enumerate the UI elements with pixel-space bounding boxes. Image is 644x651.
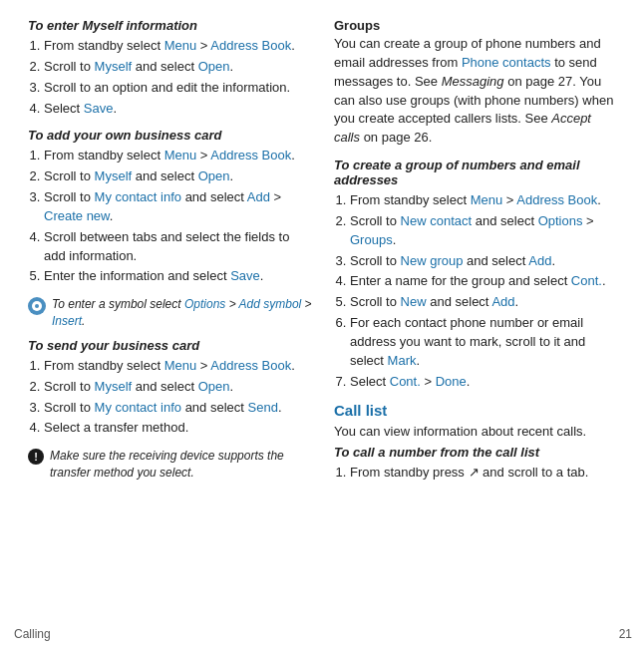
- call-icon: ↗: [469, 465, 480, 480]
- groups-messaging-italic: Messaging: [442, 74, 504, 89]
- link-create-new[interactable]: Create new: [44, 208, 110, 223]
- link-address-book[interactable]: Address Book: [210, 148, 291, 163]
- link-my-contact-info[interactable]: My contact info: [95, 400, 181, 415]
- section-enter-myself: To enter Myself information From standby…: [28, 18, 314, 118]
- section-title-business-card-add: To add your own business card: [28, 128, 314, 143]
- link-save[interactable]: Save: [230, 268, 260, 283]
- step-item: For each contact phone number or email a…: [350, 314, 620, 371]
- link-cont[interactable]: Cont.: [571, 273, 602, 288]
- link-add[interactable]: Add: [247, 189, 270, 204]
- step-item: Scroll to My contact info and select Sen…: [44, 399, 314, 418]
- step-item: From standby select Menu > Address Book.: [44, 357, 314, 376]
- step-item: Enter a name for the group and select Co…: [350, 272, 620, 291]
- link-myself[interactable]: Myself: [95, 379, 133, 394]
- link-phone-contacts[interactable]: Phone contacts: [462, 55, 551, 70]
- link-myself[interactable]: Myself: [95, 59, 133, 74]
- link-options[interactable]: Options: [538, 213, 583, 228]
- section-title-call-from-list: To call a number from the call list: [334, 445, 620, 460]
- link-open[interactable]: Open: [198, 168, 230, 183]
- section-call-list: Call list You can view information about…: [334, 402, 620, 484]
- link-address-book[interactable]: Address Book: [210, 38, 291, 53]
- step-item: Scroll to Myself and select Open.: [44, 58, 314, 77]
- footer-page-number: 21: [619, 627, 632, 641]
- link-menu[interactable]: Menu: [164, 38, 197, 53]
- link-insert[interactable]: Insert: [52, 314, 82, 328]
- step-item: Scroll to an option and edit the informa…: [44, 79, 314, 98]
- link-mark[interactable]: Mark: [388, 353, 417, 368]
- section-create-group: To create a group of numbers and email a…: [334, 158, 620, 391]
- tip-dot: [35, 304, 39, 308]
- link-new-contact[interactable]: New contact: [401, 213, 473, 228]
- step-item: From standby select Menu > Address Book.: [350, 191, 620, 210]
- link-address-book[interactable]: Address Book: [210, 358, 291, 373]
- step-item: From standby press ↗ and scroll to a tab…: [350, 464, 620, 483]
- link-myself[interactable]: Myself: [95, 168, 133, 183]
- groups-heading: Groups: [334, 18, 620, 33]
- step-item: Enter the information and select Save.: [44, 267, 314, 286]
- warning-box: ! Make sure the receiving device support…: [28, 448, 314, 482]
- step-item: Select Cont. > Done.: [350, 373, 620, 392]
- footer: Calling21: [14, 627, 632, 641]
- warning-icon: !: [28, 449, 44, 465]
- steps-call-from-list: From standby press ↗ and scroll to a tab…: [350, 464, 620, 483]
- call-list-body: You can view information about recent ca…: [334, 423, 620, 442]
- warning-text: Make sure the receiving device supports …: [50, 448, 314, 482]
- steps-business-card-add: From standby select Menu > Address Book.…: [44, 147, 314, 286]
- section-title-create-group: To create a group of numbers and email a…: [334, 158, 620, 187]
- groups-body: You can create a group of phone numbers …: [334, 35, 620, 148]
- section-groups: Groups You can create a group of phone n…: [334, 18, 620, 148]
- step-item: Select Save.: [44, 100, 314, 119]
- tip-icon: [28, 297, 46, 315]
- link-open[interactable]: Open: [198, 379, 230, 394]
- section-business-card-add: To add your own business card From stand…: [28, 128, 314, 286]
- step-item: From standby select Menu > Address Book.: [44, 37, 314, 56]
- steps-enter-myself: From standby select Menu > Address Book.…: [44, 37, 314, 118]
- link-done[interactable]: Done: [436, 374, 467, 389]
- warning-dot: !: [34, 452, 38, 463]
- step-item: Scroll between tabs and select the field…: [44, 228, 314, 266]
- section-title-send-business-card: To send your business card: [28, 338, 314, 353]
- step-item: From standby select Menu > Address Book.: [44, 147, 314, 165]
- section-send-business-card: To send your business card From standby …: [28, 338, 314, 438]
- step-item: Scroll to New group and select Add.: [350, 252, 620, 271]
- link-add[interactable]: Add: [491, 294, 514, 309]
- link-menu[interactable]: Menu: [164, 148, 197, 163]
- link-new-group[interactable]: New group: [401, 253, 464, 268]
- step-item: Scroll to New contact and select Options…: [350, 212, 620, 250]
- tip-icon-inner: [32, 301, 42, 311]
- link-send[interactable]: Send: [248, 400, 278, 415]
- link-cont[interactable]: Cont.: [390, 374, 421, 389]
- section-title-enter-myself: To enter Myself information: [28, 18, 314, 33]
- call-list-heading: Call list: [334, 402, 620, 419]
- tip-text: To enter a symbol select Options > Add s…: [52, 296, 314, 330]
- link-my-contact-info[interactable]: My contact info: [95, 189, 181, 204]
- steps-create-group: From standby select Menu > Address Book.…: [350, 191, 620, 391]
- link-options[interactable]: Options: [184, 297, 225, 311]
- step-item: Select a transfer method.: [44, 419, 314, 438]
- step-item: Scroll to New and select Add.: [350, 293, 620, 312]
- link-address-book[interactable]: Address Book: [516, 192, 597, 207]
- tip-box: To enter a symbol select Options > Add s…: [28, 296, 314, 330]
- link-add[interactable]: Add: [528, 253, 551, 268]
- link-menu[interactable]: Menu: [471, 192, 503, 207]
- step-item: Scroll to Myself and select Open.: [44, 167, 314, 186]
- step-item: Scroll to My contact info and select Add…: [44, 188, 314, 226]
- footer-label: Calling: [14, 627, 51, 641]
- link-new[interactable]: New: [401, 294, 427, 309]
- steps-send-business-card: From standby select Menu > Address Book.…: [44, 357, 314, 438]
- link-save[interactable]: Save: [84, 101, 114, 116]
- link-menu[interactable]: Menu: [164, 358, 197, 373]
- link-open[interactable]: Open: [198, 59, 230, 74]
- step-item: Scroll to Myself and select Open.: [44, 378, 314, 397]
- groups-accept-calls-italic: Accept calls: [334, 111, 591, 145]
- link-groups[interactable]: Groups: [350, 232, 393, 247]
- link-add-symbol[interactable]: Add symbol: [239, 297, 302, 311]
